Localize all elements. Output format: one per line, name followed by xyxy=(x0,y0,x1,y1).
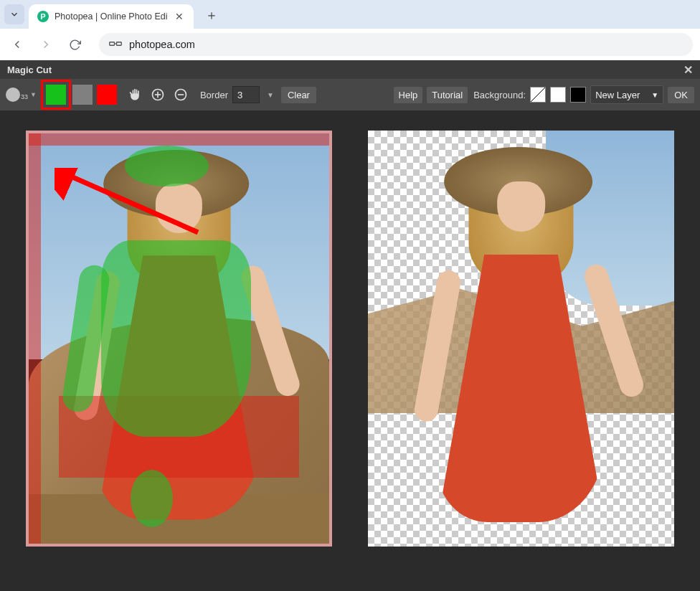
clear-button[interactable]: Clear xyxy=(281,87,316,103)
background-label: Background: xyxy=(473,90,526,100)
bg-option-black[interactable] xyxy=(570,87,586,103)
panel-close-icon[interactable]: ✕ xyxy=(684,63,693,77)
brush-size-control[interactable]: 33 ▼ xyxy=(6,88,37,102)
annotation-highlight xyxy=(41,80,71,110)
back-button[interactable] xyxy=(7,34,27,55)
output-layer-value: New Layer xyxy=(595,90,640,100)
chevron-down-icon: ▼ xyxy=(651,91,658,99)
hand-tool-icon[interactable] xyxy=(126,85,144,104)
neutral-color-swatch[interactable] xyxy=(72,85,93,105)
border-label: Border xyxy=(200,90,228,100)
new-tab-button[interactable]: ＋ xyxy=(201,4,222,26)
bg-option-white[interactable] xyxy=(550,87,566,103)
photopea-app: Magic Cut ✕ 33 ▼ Border ▼ Clear xyxy=(0,60,700,591)
background-color-swatch[interactable] xyxy=(97,85,117,105)
svg-rect-0 xyxy=(110,42,115,45)
tab-strip: P Photopea | Online Photo Edi ✕ ＋ xyxy=(0,0,700,29)
result-subject xyxy=(402,147,640,530)
tabs-dropdown[interactable] xyxy=(4,4,24,24)
tutorial-button[interactable]: Tutorial xyxy=(427,87,468,103)
url-box[interactable]: photopea.com xyxy=(99,33,693,56)
result-canvas[interactable] xyxy=(368,131,674,547)
url-text: photopea.com xyxy=(129,39,195,50)
brush-preview-icon xyxy=(6,88,20,102)
tab-close-icon[interactable]: ✕ xyxy=(174,9,185,24)
output-layer-select[interactable]: New Layer ▼ xyxy=(590,85,663,104)
browser-chrome: P Photopea | Online Photo Edi ✕ ＋ photop… xyxy=(0,0,700,60)
zoom-out-icon[interactable] xyxy=(171,85,190,104)
brush-size-value: 33 xyxy=(21,93,28,100)
browser-tab[interactable]: P Photopea | Online Photo Edi ✕ xyxy=(29,4,194,29)
workspace xyxy=(0,110,700,547)
site-controls-icon[interactable] xyxy=(109,39,122,51)
border-input[interactable] xyxy=(232,86,260,103)
bg-option-transparent[interactable] xyxy=(530,87,546,103)
tab-favicon-icon: P xyxy=(37,11,49,22)
address-bar: photopea.com xyxy=(0,29,700,60)
source-canvas[interactable] xyxy=(26,131,332,547)
svg-rect-1 xyxy=(117,42,122,45)
panel-title: Magic Cut xyxy=(7,65,52,75)
border-dropdown-icon[interactable]: ▼ xyxy=(264,91,277,99)
reload-button[interactable] xyxy=(65,34,85,55)
chevron-down-icon[interactable]: ▼ xyxy=(30,91,37,98)
help-button[interactable]: Help xyxy=(394,87,423,103)
panel-titlebar: Magic Cut ✕ xyxy=(0,60,700,79)
magiccut-toolbar: 33 ▼ Border ▼ Clear Help Tutorial Backgr… xyxy=(0,79,700,110)
foreground-color-swatch[interactable] xyxy=(46,85,66,105)
zoom-in-icon[interactable] xyxy=(148,85,167,104)
forward-button[interactable] xyxy=(36,34,56,55)
tab-title: Photopea | Online Photo Edi xyxy=(55,11,168,22)
ok-button[interactable]: OK xyxy=(668,87,694,103)
